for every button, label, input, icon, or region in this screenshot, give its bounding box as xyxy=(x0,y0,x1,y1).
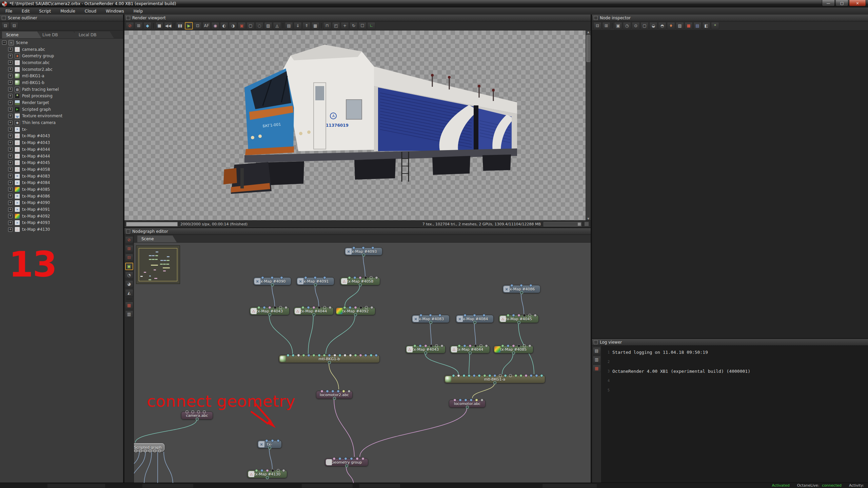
tree-expander-icon[interactable]: + xyxy=(8,47,13,52)
tree-item-scene[interactable]: −⌁Scene xyxy=(0,39,123,46)
menu-windows[interactable]: Windows xyxy=(101,9,129,14)
input-pin[interactable] xyxy=(459,399,462,402)
tree-expander-icon[interactable]: + xyxy=(8,101,13,105)
input-pin[interactable] xyxy=(350,457,353,460)
input-pin[interactable] xyxy=(302,354,305,357)
node-tx-map-4090[interactable]: ✕tx-Map #4090 xyxy=(253,277,291,285)
lock-view-icon[interactable]: ⊓ xyxy=(323,22,331,29)
object-preview-icon[interactable]: ◑ xyxy=(229,22,237,29)
input-pin[interactable] xyxy=(464,399,467,402)
input-pin[interactable] xyxy=(359,276,362,279)
tree-expander-icon[interactable]: + xyxy=(8,114,13,118)
tree-expander-icon[interactable]: + xyxy=(8,54,13,58)
input-pin[interactable] xyxy=(435,344,438,347)
node-locomotor-abc[interactable]: locomotor.abc xyxy=(449,400,486,408)
tree-expander-icon[interactable]: + xyxy=(8,187,13,191)
node-tx-map-4093[interactable]: ✕tx-Map #4093 xyxy=(344,247,382,256)
input-pin[interactable] xyxy=(260,469,263,472)
node-tx-map-4043b[interactable]: ∴tx-Map #4043 xyxy=(406,345,446,353)
output-pin[interactable] xyxy=(314,283,317,286)
expand-all-icon[interactable]: ⊞ xyxy=(602,22,610,29)
show-materials-icon[interactable]: ◕ xyxy=(125,280,133,288)
output-pin[interactable] xyxy=(354,313,357,316)
node-tx-map-4044a[interactable]: ∴tx-Map #4044 xyxy=(294,307,334,315)
imager-icon[interactable]: ◧ xyxy=(702,22,710,29)
input-pin[interactable] xyxy=(501,344,504,347)
tree-expander-icon[interactable]: + xyxy=(8,67,13,72)
clear-log-icon[interactable]: ▦ xyxy=(593,365,601,372)
output-pin[interactable] xyxy=(520,291,523,294)
input-pin[interactable] xyxy=(284,306,288,309)
input-pin[interactable] xyxy=(482,314,486,317)
input-pin[interactable] xyxy=(353,276,356,279)
input-pin[interactable] xyxy=(529,284,532,287)
resolution-icon[interactable]: ▢ xyxy=(640,22,649,29)
tree-item-camera-abc[interactable]: +∴camera.abc xyxy=(0,46,123,53)
node-geometry-group[interactable]: Geometry group xyxy=(325,458,368,466)
output-pin[interactable] xyxy=(359,283,362,286)
tree-expander-icon[interactable]: + xyxy=(8,60,13,65)
input-pin[interactable] xyxy=(323,276,326,279)
input-pin[interactable] xyxy=(523,314,526,317)
tree-expander-icon[interactable]: + xyxy=(8,181,13,185)
input-pin[interactable] xyxy=(473,374,476,377)
render-region-icon[interactable]: ▣ xyxy=(238,22,246,29)
save-image-icon[interactable]: ⇓ xyxy=(294,22,302,29)
tree-expander-icon[interactable]: + xyxy=(8,174,13,178)
tree-item-geometry-group[interactable]: +♦Geometry group xyxy=(0,53,123,59)
kernel-icon[interactable]: ▨ xyxy=(676,22,684,29)
tree-expander-icon[interactable]: + xyxy=(8,207,13,212)
tab-scene[interactable]: Scene xyxy=(2,32,41,38)
input-pin[interactable] xyxy=(361,457,364,460)
tree-expander-icon[interactable]: + xyxy=(8,167,13,171)
rotate-mode-icon[interactable]: ↻ xyxy=(350,22,358,29)
tree-item-path-tracing-kernel[interactable]: +▨Path tracing kernel xyxy=(0,86,123,93)
tree-expander-icon[interactable]: + xyxy=(8,147,13,151)
input-pin[interactable] xyxy=(297,354,300,357)
tree-item-tx-map-4130[interactable]: +∴tx-Map #4130 xyxy=(0,226,123,233)
collapse-graph-icon[interactable]: ⊞ xyxy=(125,245,133,252)
input-pin[interactable] xyxy=(438,314,441,317)
tree-expander-icon[interactable]: + xyxy=(8,87,13,92)
tree-item-tx-map-4058[interactable]: +∴tx-Map #4058 xyxy=(0,166,123,173)
tree-item-texture-environment[interactable]: +◒Texture environment xyxy=(0,113,123,120)
input-pin[interactable] xyxy=(474,344,477,347)
node-tx-map-4084[interactable]: ✕tx-Map #4084 xyxy=(456,315,494,323)
input-pin[interactable] xyxy=(440,344,443,347)
input-pin[interactable] xyxy=(271,276,274,279)
input-pin[interactable] xyxy=(320,390,323,393)
menu-edit[interactable]: Edit xyxy=(17,9,34,14)
input-pin[interactable] xyxy=(507,344,510,347)
tree-expander-icon[interactable]: + xyxy=(8,141,13,145)
fit-view-icon[interactable]: ☐ xyxy=(358,22,367,29)
input-pin[interactable] xyxy=(365,306,368,309)
input-pin[interactable] xyxy=(277,469,280,472)
close-button[interactable]: × xyxy=(849,0,866,6)
output-pin[interactable] xyxy=(517,321,520,324)
tree-expander-icon[interactable]: + xyxy=(8,194,13,198)
input-pin[interactable] xyxy=(430,344,433,347)
input-pin[interactable] xyxy=(479,344,482,347)
tree-expander-icon[interactable]: + xyxy=(8,74,13,78)
tree-item-tx-map-4045[interactable]: +∴tx-Map #4045 xyxy=(0,159,123,166)
tree-item-mtl-bkg1-b[interactable]: +mtl-BKG1-b xyxy=(0,79,123,86)
camera-gizmo-icon[interactable]: ◰ xyxy=(332,22,340,29)
input-pin[interactable] xyxy=(429,314,432,317)
panel-dock-icon[interactable] xyxy=(126,16,130,20)
input-pin[interactable] xyxy=(530,374,533,377)
input-pin[interactable] xyxy=(478,374,481,377)
tree-expander-icon[interactable]: + xyxy=(8,94,13,98)
input-pin[interactable] xyxy=(458,344,461,347)
input-pin[interactable] xyxy=(257,306,260,309)
output-pin[interactable] xyxy=(158,449,161,452)
tree-item-tx-[interactable]: +✕tx- xyxy=(0,126,123,133)
real-time-render-icon[interactable]: ⊡ xyxy=(194,22,202,29)
tree-item-tx-map-4092[interactable]: +tx-Map #4092 xyxy=(0,213,123,220)
output-pin[interactable] xyxy=(333,397,336,400)
input-pin[interactable] xyxy=(535,374,538,377)
input-pin[interactable] xyxy=(333,354,336,357)
status-scroll-handle[interactable] xyxy=(584,222,589,226)
tree-item-tx-map-4043[interactable]: +∴tx-Map #4043 xyxy=(0,133,123,140)
input-pin[interactable] xyxy=(523,344,526,347)
node-tx-map-4092[interactable]: tx-Map #4092 xyxy=(335,307,375,315)
